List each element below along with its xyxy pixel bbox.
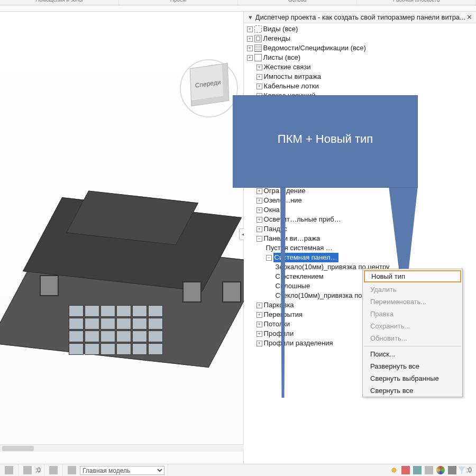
workset-icon	[49, 466, 58, 474]
expand-icon[interactable]: +	[257, 84, 262, 89]
tree-label: Осветит…льные приб…	[264, 215, 341, 224]
viewcube-cube[interactable]: Спереди	[190, 63, 229, 106]
tree-label: Легенды	[263, 34, 291, 43]
views-icon	[254, 25, 262, 33]
window-element	[182, 281, 202, 303]
annotation-callout: ПКМ + Новый тип	[233, 95, 418, 188]
tree-label: Профили	[264, 329, 294, 338]
expand-icon[interactable]: +	[257, 331, 262, 337]
filter-icon[interactable]	[458, 466, 465, 474]
status-design-options[interactable]: Главная модель	[63, 464, 168, 476]
ribbon-group-label: Рабочая плоскость	[393, 0, 440, 3]
ribbon-group-label: Проём	[170, 0, 187, 3]
context-menu-item-save: Сохранить...	[363, 320, 462, 332]
expand-icon[interactable]: +	[257, 322, 262, 327]
status-icon[interactable]	[401, 466, 410, 474]
context-menu: Новый тип Удалить Переименовать... Правк…	[362, 269, 463, 397]
context-menu-item-delete: Удалить	[363, 283, 462, 296]
status-icon[interactable]	[425, 466, 433, 474]
horizontal-scrollbar[interactable]	[0, 444, 264, 452]
options-bar	[0, 5, 476, 12]
filter-count-label: :0	[465, 466, 476, 474]
ribbon-group-opening: Проём	[119, 0, 238, 5]
status-link-count[interactable]: :0	[19, 464, 44, 476]
design-option-select[interactable]: Главная модель	[80, 466, 164, 475]
tree-label: Импосты витража	[264, 72, 321, 81]
expand-icon[interactable]: +	[257, 188, 262, 194]
viewcube-face-label: Спереди	[195, 78, 221, 89]
collapse-icon[interactable]: −	[257, 236, 262, 242]
tree-label: Парковка	[264, 300, 294, 310]
context-menu-item-rename: Переименовать...	[363, 296, 462, 308]
tree-node-schedules[interactable]: +Ведомости/Спецификации (все)	[247, 43, 476, 53]
status-select-tool[interactable]	[0, 464, 19, 476]
close-icon[interactable]: ✕	[465, 12, 473, 23]
project-browser-title: Диспетчер проекта - как создать свой тип…	[255, 12, 465, 23]
tree-node-family[interactable]: +Кабельные лотки	[247, 81, 476, 91]
annotation-text: ПКМ + Новый тип	[278, 132, 373, 146]
3d-viewport[interactable]: Спереди ◂	[0, 12, 244, 464]
tree-label: Окна	[264, 205, 280, 215]
tree-label: Потолки	[264, 319, 290, 329]
status-icon[interactable]	[436, 466, 445, 474]
expand-icon[interactable]: +	[247, 26, 253, 32]
status-count-label: :0	[35, 466, 41, 474]
tree-label: Профили разделения	[264, 338, 333, 348]
expand-icon[interactable]: +	[257, 312, 262, 318]
cursor-icon	[5, 466, 13, 474]
sheet-icon	[254, 54, 262, 61]
ribbon-group-datum: Основа	[238, 0, 357, 5]
panel-options-dropdown-icon[interactable]: ▾	[247, 12, 254, 23]
expand-icon[interactable]: +	[247, 45, 253, 51]
project-browser-titlebar[interactable]: ▾ Диспетчер проекта - как создать свой т…	[244, 12, 476, 23]
status-icon[interactable]	[390, 466, 398, 474]
expand-icon[interactable]: +	[257, 65, 262, 70]
context-menu-item-search[interactable]: Поиск...	[363, 348, 462, 360]
tree-label: Сплошные	[276, 281, 310, 291]
expand-icon[interactable]: +	[257, 226, 262, 232]
tree-label: Ведомости/Спецификации (все)	[263, 43, 366, 53]
tree-label: Панели ви…ража	[264, 234, 321, 243]
ribbon-group-rooms: Помещения и зоны	[0, 0, 119, 5]
curtain-wall-panels	[69, 305, 163, 355]
context-menu-item-edit: Правка	[363, 308, 462, 320]
tree-node-legends[interactable]: +Легенды	[247, 34, 476, 43]
context-menu-item-collapse-all[interactable]: Свернуть все	[363, 385, 462, 397]
status-workset-tool[interactable]	[44, 464, 63, 476]
tree-node-views[interactable]: +Виды (все)	[247, 24, 476, 34]
expand-icon[interactable]: +	[257, 198, 262, 204]
ribbon-group-label: Помещения и зоны	[35, 0, 83, 3]
ribbon-group-strip: Помещения и зоны Проём Основа Рабочая пл…	[0, 0, 476, 5]
ribbon-group-workplane: Рабочая плоскость	[357, 0, 476, 5]
expand-icon[interactable]: +	[257, 341, 262, 346]
tree-label: Жесткие связи	[264, 62, 311, 72]
context-menu-item-reload: Обновить...	[363, 332, 462, 344]
tree-node-family[interactable]: +Импосты витража	[247, 72, 476, 81]
tree-node-sheets[interactable]: +Листы (все)	[247, 53, 476, 62]
tree-label: Виды (все)	[263, 24, 298, 34]
expand-icon[interactable]: +	[247, 55, 253, 61]
collapse-icon[interactable]: −	[266, 255, 272, 261]
expand-icon[interactable]: +	[257, 303, 262, 308]
tree-node-family[interactable]: +Жесткие связи	[247, 62, 476, 72]
legend-icon	[254, 35, 262, 42]
viewcube[interactable]: Спереди	[180, 59, 238, 117]
expand-icon[interactable]: +	[247, 36, 253, 42]
status-icon[interactable]	[413, 466, 422, 474]
context-menu-item-collapse-selected[interactable]: Свернуть выбранные	[363, 372, 462, 385]
schedule-icon	[254, 44, 262, 52]
model-geometry[interactable]	[11, 186, 254, 355]
expand-icon[interactable]: +	[257, 207, 262, 213]
expand-icon[interactable]: +	[257, 217, 262, 223]
design-option-icon	[68, 466, 76, 474]
expand-icon[interactable]: +	[257, 74, 262, 80]
tree-label: Кабельные лотки	[264, 81, 319, 91]
status-bar: :0 Главная модель :0	[0, 464, 476, 476]
status-icon[interactable]	[448, 466, 456, 474]
scrollbar-thumb[interactable]	[2, 446, 34, 451]
tree-label: Листы (все)	[263, 53, 300, 62]
window-element	[222, 281, 241, 303]
context-menu-item-new-type[interactable]: Новый тип	[364, 270, 461, 282]
context-menu-item-expand-all[interactable]: Развернуть все	[363, 360, 462, 372]
window-element	[40, 275, 59, 296]
